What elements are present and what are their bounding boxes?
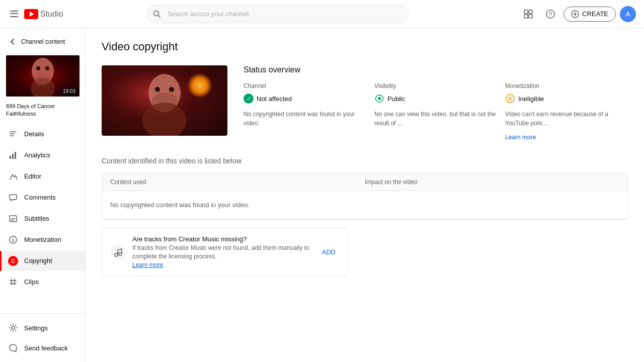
sidebar-item-feedback[interactable]: Send feedback xyxy=(0,338,85,358)
sidebar-item-clips[interactable]: Clips xyxy=(0,272,85,292)
svg-point-15 xyxy=(45,66,49,70)
topbar-right: ? CREATE A xyxy=(519,5,636,23)
sidebar-item-comments[interactable]: Comments xyxy=(0,188,85,208)
sidebar-bottom: Settings Send feedback xyxy=(0,313,85,358)
table-header: Content used Impact on the video xyxy=(102,173,627,191)
visibility-status-desc: No one can view this video, but that is … xyxy=(374,110,497,128)
svg-point-30 xyxy=(142,103,187,136)
settings-icon xyxy=(8,323,18,333)
creator-music-banner: Are tracks from Creator Music missing? I… xyxy=(102,228,348,277)
video-duration-badge: 19:03 xyxy=(61,88,77,95)
svg-point-28 xyxy=(169,87,174,92)
svg-point-25 xyxy=(12,326,15,329)
monetization-status-desc: Video can't earn revenue because of a Yo… xyxy=(505,110,628,128)
status-overview: Status overview Channel ✓ Not affected N… xyxy=(244,65,628,141)
create-button[interactable]: CREATE xyxy=(564,7,616,22)
sidebar-item-subtitles[interactable]: Subtitles xyxy=(0,209,85,229)
channel-status-desc: No copyrighted content was found in your… xyxy=(244,110,366,128)
status-col-visibility: Visibility Public No one can view this v… xyxy=(374,82,497,141)
svg-rect-6 xyxy=(524,15,528,18)
svg-text:$: $ xyxy=(12,238,14,243)
analytics-icon xyxy=(8,150,18,160)
svg-rect-20 xyxy=(15,152,16,159)
topbar-left: Studio xyxy=(8,8,89,20)
subtitles-icon xyxy=(8,214,18,224)
studio-icon-button[interactable] xyxy=(519,5,537,23)
visibility-status: Public xyxy=(374,94,497,104)
sidebar-item-details-label: Details xyxy=(24,130,44,138)
add-tracks-button[interactable]: ADD xyxy=(318,246,340,258)
sidebar-item-copyright-label: Copyright xyxy=(24,257,52,264)
sidebar-back-button[interactable]: Channel content xyxy=(0,32,85,51)
sidebar-item-monetization-label: Monetization xyxy=(24,236,61,243)
video-preview xyxy=(102,65,227,141)
svg-rect-7 xyxy=(529,15,532,18)
sidebar-item-settings[interactable]: Settings xyxy=(0,318,85,338)
visibility-status-icon xyxy=(374,94,384,104)
sidebar-item-copyright[interactable]: C Copyright xyxy=(0,251,85,271)
svg-rect-5 xyxy=(529,10,532,14)
user-avatar[interactable]: A xyxy=(620,6,636,22)
back-icon xyxy=(8,37,17,46)
visibility-label: Visibility xyxy=(374,82,497,89)
search-input[interactable] xyxy=(147,5,409,23)
preview-person-art xyxy=(124,70,205,136)
sidebar-item-feedback-label: Send feedback xyxy=(24,344,68,352)
sidebar-item-details[interactable]: Details xyxy=(0,124,85,144)
svg-text:?: ? xyxy=(549,11,552,18)
youtube-logo-icon xyxy=(24,9,38,19)
content-identified-section: Content identified in this video is list… xyxy=(102,157,628,277)
sidebar-item-editor-label: Editor xyxy=(24,172,41,180)
svg-rect-18 xyxy=(10,156,11,159)
status-grid: Channel ✓ Not affected No copyrighted co… xyxy=(244,82,628,141)
svg-line-3 xyxy=(158,15,160,17)
topbar: Studio ? xyxy=(0,0,644,28)
search-icon xyxy=(153,10,161,18)
table-header-impact: Impact on the video xyxy=(365,178,619,186)
main-layout: Channel content 19:03 699 Days of Cancer… xyxy=(0,28,644,362)
content-table: Content used Impact on the video No copy… xyxy=(102,173,628,220)
banner-text: Are tracks from Creator Music missing? I… xyxy=(132,235,312,269)
sidebar-video-thumbnail: 19:03 xyxy=(0,51,85,101)
svg-point-14 xyxy=(36,66,40,70)
svg-point-27 xyxy=(155,87,160,92)
sidebar-item-analytics[interactable]: Analytics xyxy=(0,145,85,165)
clips-icon xyxy=(8,277,18,287)
channel-status-icon: ✓ xyxy=(244,94,254,104)
logo-area: Studio xyxy=(24,9,63,19)
hamburger-menu-button[interactable] xyxy=(8,8,20,20)
sidebar-nav: Details Analytics Editor C xyxy=(0,122,85,294)
monetization-learn-more-link[interactable]: Learn more xyxy=(505,134,628,141)
sidebar-item-analytics-label: Analytics xyxy=(24,151,50,159)
sidebar-item-clips-label: Clips xyxy=(24,278,39,286)
thumb-face-art xyxy=(23,55,63,97)
status-col-channel: Channel ✓ Not affected No copyrighted co… xyxy=(244,82,366,141)
channel-status: ✓ Not affected xyxy=(244,94,366,104)
sidebar-item-subtitles-label: Subtitles xyxy=(24,215,49,222)
sidebar-item-editor[interactable]: Editor xyxy=(0,166,85,187)
create-icon xyxy=(571,10,579,18)
copyright-icon: C xyxy=(8,256,18,266)
banner-title: Are tracks from Creator Music missing? xyxy=(132,235,312,243)
svg-point-31 xyxy=(378,97,381,100)
sidebar-item-comments-label: Comments xyxy=(24,194,56,201)
details-icon xyxy=(8,129,18,139)
preview-image xyxy=(102,65,227,136)
content-identified-title: Content identified in this video is list… xyxy=(102,157,628,165)
status-col-monetization: Monetization Ineligible Vid xyxy=(505,82,628,141)
help-button[interactable]: ? xyxy=(541,5,559,23)
sidebar: Channel content 19:03 699 Days of Cancer… xyxy=(0,28,86,362)
monetization-status-icon xyxy=(505,94,515,104)
studio-label: Studio xyxy=(40,10,63,19)
sidebar-back-label: Channel content xyxy=(21,38,65,45)
sidebar-item-monetization[interactable]: $ Monetization xyxy=(0,230,85,250)
banner-learn-more-link[interactable]: Learn more xyxy=(132,261,163,268)
search-bar xyxy=(147,5,409,23)
monetization-label: Monetization xyxy=(505,82,628,89)
page-title: Video copyright xyxy=(102,40,628,53)
svg-rect-21 xyxy=(10,195,17,200)
status-overview-title: Status overview xyxy=(244,65,628,74)
copyright-overview-section: Status overview Channel ✓ Not affected N… xyxy=(102,65,628,141)
comments-icon xyxy=(8,193,18,203)
svg-point-36 xyxy=(119,252,122,255)
